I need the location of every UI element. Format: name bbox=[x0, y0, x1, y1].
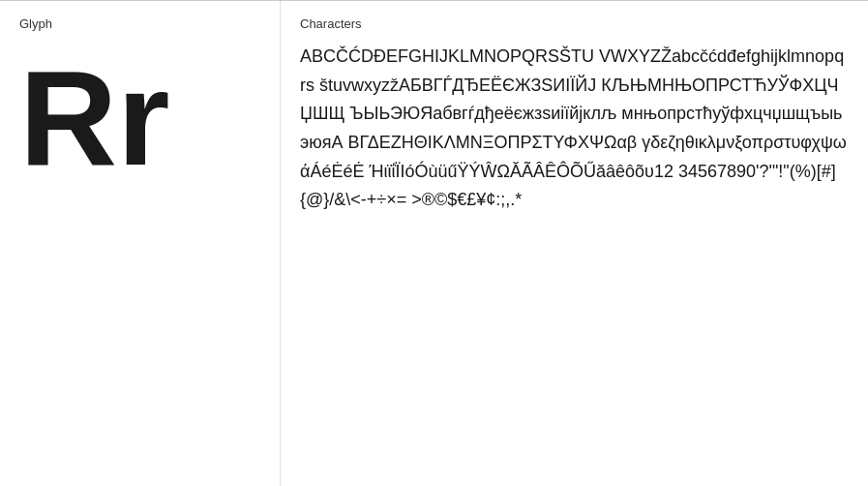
glyph-label: Glyph bbox=[19, 16, 260, 31]
characters-panel: Characters ABCČĆDĐEFGHIJKLMNOPQRSŠTU VWX… bbox=[281, 1, 868, 486]
glyph-display: Rr bbox=[19, 50, 260, 186]
characters-label: Characters bbox=[300, 16, 849, 31]
characters-text: ABCČĆDĐEFGHIJKLMNOPQRSŠTU VWXYZŽabcčćdđe… bbox=[300, 43, 849, 215]
main-container: Glyph Rr Characters ABCČĆDĐEFGHIJKLMNOPQ… bbox=[0, 0, 868, 486]
glyph-panel: Glyph Rr bbox=[0, 1, 281, 486]
